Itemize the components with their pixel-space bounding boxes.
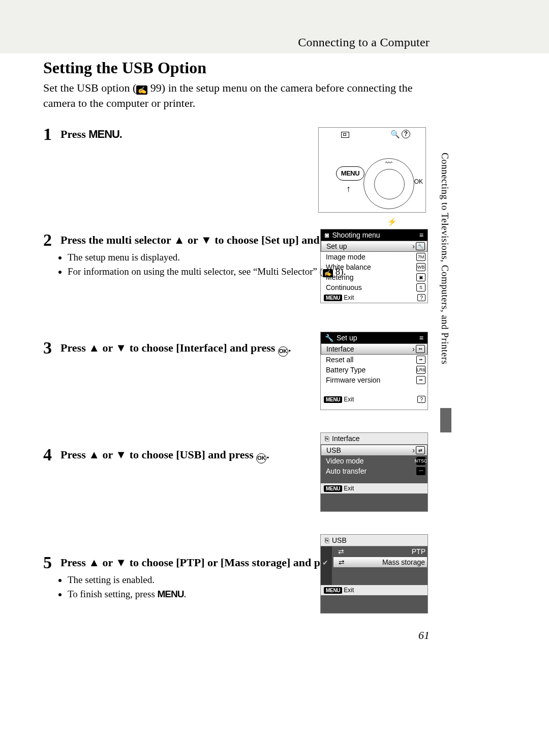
thumb-tab <box>440 408 451 432</box>
menu-item-label: USB <box>326 446 341 454</box>
intro-ref: 99 <box>147 81 162 94</box>
camera-icon: ◙ <box>325 231 329 239</box>
step-text: to choose [USB] and press <box>127 448 256 461</box>
lcd-title-text: Shooting menu <box>332 231 380 239</box>
menu-item-label: Video mode <box>326 457 363 465</box>
menu-item-label: Image mode <box>326 253 365 261</box>
lcd-body: USB › ⇄ Video mode NTSC Auto transfer 〰 <box>321 445 428 483</box>
up-arrow-icon <box>88 448 100 461</box>
menu-item-label: Continuous <box>326 283 362 292</box>
up-arrow-icon <box>88 556 100 569</box>
menu-button: MENU <box>336 166 364 181</box>
menu-item-ptp: ⇄ PTP <box>333 546 428 557</box>
menu-button-label: MENU <box>88 128 119 140</box>
step-number: 1 <box>43 125 60 143</box>
step-text: or <box>185 234 201 246</box>
dial-up-icon: 〰 <box>385 159 392 167</box>
value-icon: •• <box>416 376 425 384</box>
xref-icon: ✍ <box>136 85 147 95</box>
lcd-shooting-menu: ◙ Shooting menu ≡ Set up › 🔧 Image mode … <box>320 229 428 303</box>
menu-item-label: Mass storage <box>382 558 425 566</box>
step-text: Press <box>60 448 88 461</box>
intro-paragraph: Set the USB option (✍ 99) in the setup m… <box>43 80 430 110</box>
step-text: Press <box>60 341 88 354</box>
lcd-title-bar: ⎘ USB <box>321 535 428 546</box>
value-icon: 〰 <box>416 467 425 475</box>
exit-label: MENUExit <box>324 485 354 492</box>
chapter-header: Connecting to a Computer <box>298 36 430 49</box>
help-icon: ? <box>417 396 425 403</box>
menu-item-white-balance: White balance WB <box>321 262 428 272</box>
menu-item-usb: USB › ⇄ <box>321 445 428 456</box>
lcd-title-bar: ⎘ Interface <box>321 433 428 445</box>
step-number: 2 <box>43 230 60 249</box>
lcd-body: ✔ ⇄ PTP ⇄ Mass storage <box>321 546 428 585</box>
setup-icon: 🔧 <box>416 242 425 250</box>
menu-item-mass-storage: ⇄ Mass storage <box>333 557 428 568</box>
menu-item-label: Firmware version <box>326 376 380 384</box>
menu-chip-icon: MENU <box>324 396 342 403</box>
menu-chip-icon: MENU <box>324 485 342 492</box>
chevron-right-icon: › <box>412 446 415 454</box>
camera-back-illustration: 🔍 ? MENU ↑ 〰 OK ⚡ <box>318 127 426 213</box>
check-icon: ✔ <box>322 559 328 567</box>
step-text: or <box>100 341 115 354</box>
lcd-setup-menu: 🔧 Set up ≡ Interface › •• Reset all •• B… <box>320 332 428 410</box>
up-arrow-icon <box>174 234 185 246</box>
down-arrow-icon <box>115 448 127 461</box>
dial-inner <box>374 169 405 199</box>
step-text: Press <box>60 128 88 140</box>
exit-text: Exit <box>344 294 354 301</box>
value-icon: ▣ <box>416 273 425 281</box>
lcd-title-text: Set up <box>337 334 357 342</box>
menu-item-image-mode: Image mode 7M <box>321 252 428 262</box>
usb-icon: ⇄ <box>338 547 344 556</box>
menu-chip-icon: MENU <box>324 295 342 301</box>
dial-right-icon: OK <box>414 178 423 185</box>
menu-item-label: White balance <box>326 263 371 271</box>
value-icon: 7M <box>416 253 425 261</box>
list-icon: ≡ <box>419 231 424 239</box>
plug-icon: ⎘ <box>325 536 329 544</box>
menu-item-label: Auto transfer <box>326 467 367 475</box>
exit-label: MENUExit <box>324 294 354 301</box>
value-icon: NTSC <box>416 457 425 465</box>
side-chapter-text: Connecting to Televisions, Computers, an… <box>440 153 450 364</box>
menu-item-auto-transfer: Auto transfer 〰 <box>321 466 428 476</box>
ok-icon: OK <box>278 346 288 357</box>
zoom-icon: 🔍 <box>390 130 400 139</box>
step-text: to choose [PTP] or [Mass storage] and pr… <box>127 556 342 569</box>
lcd-footer: MENUExit ? <box>321 293 428 303</box>
step-number: 4 <box>43 445 60 463</box>
exit-label: MENUExit <box>324 587 354 594</box>
multi-selector-dial: 〰 OK ⚡ <box>363 158 414 209</box>
lcd-footer: MENUExit <box>321 585 428 595</box>
fig-inner: 🔍 ? MENU ↑ 〰 OK ⚡ <box>319 128 425 212</box>
menu-item-label: Metering <box>326 273 353 281</box>
exit-text: Exit <box>344 396 354 403</box>
lcd-footer: MENUExit <box>321 483 428 493</box>
down-arrow-icon <box>115 556 127 569</box>
page-number: 61 <box>418 629 430 642</box>
exit-text: Exit <box>344 587 354 594</box>
menu-item-interface: Interface › •• <box>321 343 428 355</box>
flash-icon: ⚡ <box>387 217 397 226</box>
step-text: to choose [Interface] and press <box>127 341 278 354</box>
list-icon: ≡ <box>419 334 424 342</box>
lcd-title-text: USB <box>332 536 347 544</box>
step-text: Press <box>60 556 88 569</box>
menu-button-label: MENU <box>158 589 184 599</box>
menu-chip-icon: MENU <box>324 587 342 594</box>
step-number: 3 <box>43 338 60 357</box>
step-text: or <box>100 448 115 461</box>
down-arrow-icon <box>115 341 127 354</box>
manual-page: Connecting to a Computer Connecting to T… <box>0 0 549 756</box>
menu-item-label: PTP <box>412 547 425 556</box>
menu-item-label: Interface <box>326 345 354 353</box>
up-arrow-icon <box>88 341 100 354</box>
value-icon: LR6 <box>416 366 425 374</box>
menu-item-firmware: Firmware version •• <box>321 375 428 385</box>
thumbnail-icon <box>341 132 349 138</box>
usb-icon: ⇄ <box>416 446 425 454</box>
menu-item-video-mode: Video mode NTSC <box>321 456 428 466</box>
